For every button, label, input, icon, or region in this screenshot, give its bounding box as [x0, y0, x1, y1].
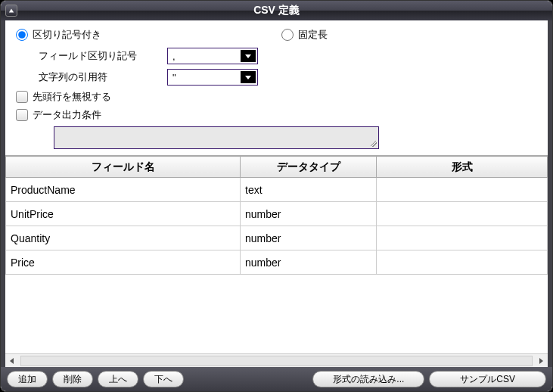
cell-type[interactable]: number	[241, 226, 377, 250]
table-row[interactable]: ProductName text	[6, 178, 548, 202]
table-row[interactable]: Price number	[6, 250, 548, 275]
quote-value: "	[172, 72, 176, 83]
move-up-button[interactable]: 上へ	[98, 371, 138, 387]
mode-radio-row: 区切り記号付き 固定長	[16, 28, 537, 42]
table-row[interactable]: Quantity number	[6, 226, 548, 250]
quote-label: 文字列の引用符	[39, 70, 160, 84]
cell-format[interactable]	[377, 178, 548, 202]
load-format-button[interactable]: 形式の読み込み...	[312, 371, 424, 387]
delimited-radio-group: 区切り記号付き	[16, 28, 277, 42]
cell-name[interactable]: Price	[6, 250, 241, 275]
fields-table: フィールド名 データタイプ 形式 ProductName text UnitPr…	[5, 156, 548, 275]
separator-row: フィールド区切り記号 ,	[39, 48, 537, 64]
add-button[interactable]: 追加	[7, 371, 48, 387]
ignore-header-row: 先頭行を無視する	[16, 90, 537, 104]
svg-marker-2	[539, 358, 543, 364]
col-header-format[interactable]: 形式	[377, 157, 548, 178]
cell-name[interactable]: ProductName	[6, 178, 241, 202]
chevron-down-icon	[241, 50, 256, 62]
output-condition-checkbox[interactable]	[16, 109, 28, 121]
cell-type[interactable]: number	[241, 202, 377, 226]
cell-type[interactable]: number	[241, 250, 377, 275]
content-area: 区切り記号付き 固定長 フィールド区切り記号 , 文字列の引用符	[1, 20, 552, 367]
delimiter-settings: フィールド区切り記号 , 文字列の引用符 "	[39, 48, 537, 86]
triangle-up-icon	[8, 8, 14, 14]
quote-select[interactable]: "	[167, 69, 258, 86]
delimited-label: 区切り記号付き	[33, 28, 101, 42]
table-row[interactable]: UnitPrice number	[6, 202, 548, 226]
col-header-type[interactable]: データタイプ	[241, 157, 377, 178]
output-condition-row: データ出力条件	[16, 108, 537, 122]
separator-label: フィールド区切り記号	[39, 49, 160, 63]
cell-format[interactable]	[377, 250, 548, 275]
sample-csv-button[interactable]: サンプルCSV	[429, 371, 546, 387]
cell-name[interactable]: UnitPrice	[6, 202, 241, 226]
csv-definition-window: CSV 定義 区切り記号付き 固定長 フィールド区切り記号 ,	[0, 0, 553, 392]
horizontal-scrollbar[interactable]	[5, 353, 548, 367]
options-form: 区切り記号付き 固定長 フィールド区切り記号 , 文字列の引用符	[5, 20, 548, 155]
fixed-length-label: 固定長	[298, 28, 328, 42]
move-down-button[interactable]: 下へ	[143, 371, 184, 387]
separator-select[interactable]: ,	[167, 48, 258, 64]
fixed-radio-group: 固定長	[281, 28, 328, 42]
fields-table-wrap: フィールド名 データタイプ 形式 ProductName text UnitPr…	[5, 155, 548, 367]
cell-type[interactable]: text	[241, 178, 377, 202]
cell-name[interactable]: Quantity	[6, 226, 241, 250]
condition-textarea[interactable]	[54, 126, 379, 149]
delimited-radio[interactable]	[16, 29, 28, 41]
svg-marker-1	[10, 358, 14, 364]
scroll-right-icon[interactable]	[534, 355, 548, 367]
ignore-header-checkbox[interactable]	[16, 91, 28, 103]
quote-row: 文字列の引用符 "	[39, 69, 537, 86]
table-header-row: フィールド名 データタイプ 形式	[6, 157, 548, 178]
output-condition-label: データ出力条件	[33, 108, 101, 122]
delete-button[interactable]: 削除	[52, 371, 93, 387]
cell-format[interactable]	[377, 226, 548, 250]
chevron-down-icon	[241, 71, 256, 83]
cell-format[interactable]	[377, 202, 548, 226]
scroll-left-icon[interactable]	[5, 355, 19, 367]
collapse-button[interactable]	[5, 5, 17, 17]
svg-marker-0	[9, 9, 14, 13]
fixed-length-radio[interactable]	[281, 29, 294, 41]
ignore-header-label: 先頭行を無視する	[33, 90, 111, 104]
button-bar: 追加 削除 上へ 下へ 形式の読み込み... サンプルCSV	[1, 367, 552, 391]
window-title: CSV 定義	[1, 4, 552, 17]
scroll-track[interactable]	[20, 356, 533, 366]
titlebar: CSV 定義	[1, 1, 552, 20]
separator-value: ,	[172, 51, 176, 62]
col-header-name[interactable]: フィールド名	[6, 157, 241, 178]
